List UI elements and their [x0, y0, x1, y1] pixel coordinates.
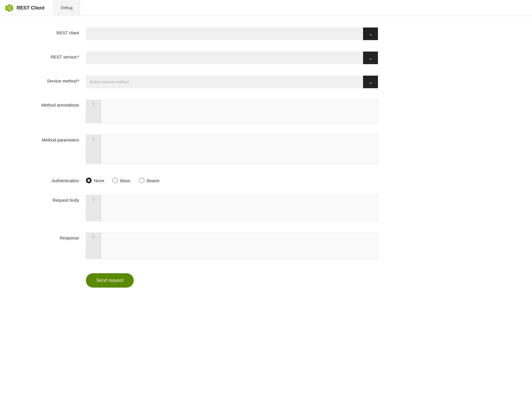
request-body-editor[interactable]: 1	[86, 195, 378, 221]
method-parameters-row: Method parameters 1	[23, 135, 378, 164]
header-tabs: Debug	[54, 0, 80, 16]
rest-client-label: REST client	[23, 27, 86, 35]
request-body-control: 1	[86, 195, 378, 221]
svg-point-0	[8, 7, 10, 9]
response-gutter: 1	[86, 233, 101, 259]
response-row: Response 1	[23, 233, 378, 259]
service-method-placeholder: Select service method	[89, 80, 129, 84]
method-annotations-control: 1	[86, 100, 378, 123]
method-parameters-content[interactable]	[101, 135, 378, 164]
service-method-dropdown-btn[interactable]: ⌄	[363, 76, 378, 88]
rest-service-row: REST service* ⌄	[23, 52, 378, 64]
app-logo: REST Client	[5, 3, 44, 13]
authentication-row: Authentication None Basic Bearer	[23, 175, 378, 183]
method-parameters-editor[interactable]: 1	[86, 135, 378, 164]
service-method-label: Service method*	[23, 76, 86, 83]
service-method-control: Select service method ⌄	[86, 76, 378, 88]
rest-client-control: ⌄	[86, 27, 378, 40]
main-content: REST client ⌄ REST service* ⌄ Service me…	[0, 16, 401, 299]
auth-option-bearer[interactable]: Bearer	[139, 178, 160, 183]
method-parameters-control: 1	[86, 135, 378, 164]
service-method-dropdown-field[interactable]: Select service method	[86, 76, 363, 88]
rest-service-dropdown-field[interactable]	[86, 52, 363, 64]
response-control: 1	[86, 233, 378, 259]
method-parameters-gutter: 1	[86, 135, 101, 164]
app-title: REST Client	[17, 5, 44, 11]
chevron-down-icon: ⌄	[369, 79, 373, 85]
auth-none-radio[interactable]	[86, 178, 92, 183]
authentication-label: Authentication	[23, 175, 86, 183]
gear-icon	[5, 3, 14, 13]
rest-service-label: REST service*	[23, 52, 86, 59]
method-annotations-content[interactable]	[101, 100, 378, 123]
send-request-wrapper: Send request	[23, 270, 378, 288]
auth-bearer-radio[interactable]	[139, 178, 145, 183]
rest-service-dropdown-btn[interactable]: ⌄	[363, 52, 378, 64]
request-body-content[interactable]	[101, 195, 378, 221]
rest-client-row: REST client ⌄	[23, 27, 378, 40]
app-header: REST Client Debug	[0, 0, 532, 16]
response-content	[101, 233, 378, 259]
auth-options: None Basic Bearer	[86, 175, 160, 183]
rest-service-required: *	[77, 54, 79, 59]
request-body-gutter: 1	[86, 195, 101, 221]
chevron-down-icon: ⌄	[369, 55, 373, 61]
auth-option-none[interactable]: None	[86, 178, 104, 183]
request-body-label: Request body	[23, 195, 86, 203]
rest-service-control: ⌄	[86, 52, 378, 64]
response-editor[interactable]: 1	[86, 233, 378, 259]
response-label: Response	[23, 233, 86, 240]
rest-client-dropdown-btn[interactable]: ⌄	[363, 27, 378, 40]
method-annotations-label: Method annotations	[23, 100, 86, 107]
auth-basic-radio[interactable]	[112, 178, 118, 183]
chevron-down-icon: ⌄	[369, 31, 373, 37]
request-body-row: Request body 1	[23, 195, 378, 221]
service-method-row: Service method* Select service method ⌄	[23, 76, 378, 88]
auth-option-basic[interactable]: Basic	[112, 178, 131, 183]
method-annotations-editor[interactable]: 1	[86, 100, 378, 123]
send-request-button[interactable]: Send request	[86, 273, 134, 288]
rest-client-dropdown-field[interactable]	[86, 27, 363, 40]
service-method-required: *	[77, 78, 79, 83]
method-parameters-label: Method parameters	[23, 135, 86, 142]
tab-debug[interactable]: Debug	[54, 0, 80, 16]
authentication-control: None Basic Bearer	[86, 175, 378, 183]
method-annotations-row: Method annotations 1	[23, 100, 378, 123]
method-annotations-gutter: 1	[86, 100, 101, 123]
